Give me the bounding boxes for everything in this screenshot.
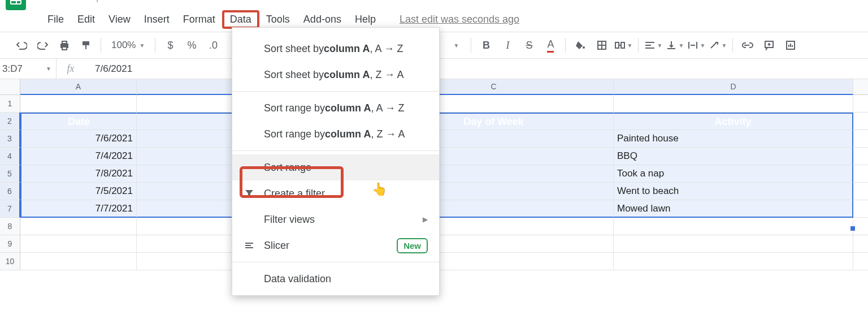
menu-data-validation[interactable]: Data validation (232, 266, 439, 292)
redo-button[interactable] (33, 35, 53, 55)
menu-create-filter[interactable]: Create a filter (232, 180, 439, 206)
menu-sort-sheet-az[interactable]: Sort sheet by column A, A → Z (232, 36, 439, 62)
link-button[interactable] (737, 35, 758, 55)
sheets-logo (6, 0, 26, 10)
cell[interactable]: Mowed lawn (614, 200, 853, 218)
svg-point-4 (583, 46, 585, 49)
row-header[interactable]: 8 (0, 218, 20, 235)
cell[interactable] (614, 253, 853, 270)
name-box-value: 3:D7 (2, 63, 23, 75)
cell[interactable]: 7/7/2021 (20, 200, 137, 218)
cursor-icon: 👆 (372, 182, 387, 197)
strike-button[interactable]: S (519, 35, 539, 55)
name-box[interactable]: 3:D7 ▼ (0, 59, 57, 79)
new-badge: New (397, 238, 428, 253)
column-header[interactable]: A (20, 79, 137, 95)
menu-file[interactable]: File (41, 10, 71, 29)
cell[interactable]: 7/6/2021 (20, 130, 137, 148)
row-header[interactable]: 9 (0, 235, 20, 253)
data-menu-dropdown: Sort sheet by column A, A → Z Sort sheet… (232, 27, 440, 296)
format-currency-button[interactable]: $ (160, 35, 180, 55)
cell[interactable] (20, 235, 137, 253)
cell[interactable] (853, 235, 868, 253)
menu-data[interactable]: Data (222, 10, 259, 29)
cell[interactable] (853, 130, 868, 148)
merge-button[interactable]: ▼ (613, 35, 633, 55)
row-header[interactable]: 3 (0, 130, 20, 148)
document-title[interactable]: Untitled spreadsheet (44, 0, 158, 3)
row-header[interactable]: 1 (0, 95, 20, 113)
cell[interactable]: 7/8/2021 (20, 165, 137, 183)
comment-button[interactable] (759, 35, 779, 55)
text-color-button[interactable]: A (540, 35, 561, 55)
menu-edit[interactable]: Edit (71, 10, 102, 29)
menu-slicer[interactable]: Slicer New (232, 232, 439, 258)
menu-filter-views[interactable]: Filter views ▶ (232, 206, 439, 232)
menu-view[interactable]: View (102, 10, 137, 29)
cell[interactable] (20, 95, 137, 113)
menu-format[interactable]: Format (176, 10, 222, 29)
menu-sort-range-za[interactable]: Sort range by column A, Z → A (232, 121, 439, 147)
cell[interactable] (853, 113, 868, 130)
last-edit-link[interactable]: Last edit was seconds ago (400, 14, 519, 25)
cell[interactable]: Activity (614, 113, 853, 130)
row-header[interactable]: 7 (0, 200, 20, 218)
row-header[interactable]: 4 (0, 148, 20, 165)
row-header[interactable]: 2 (0, 113, 20, 130)
cell[interactable] (853, 200, 868, 218)
svg-rect-1 (62, 41, 67, 44)
cell[interactable] (853, 148, 868, 165)
bold-button[interactable]: B (476, 35, 496, 55)
row-header[interactable]: 6 (0, 183, 20, 200)
h-align-button[interactable]: ▼ (643, 35, 663, 55)
selection-handle[interactable] (850, 226, 856, 231)
decrease-decimal-button[interactable]: .0 (203, 35, 223, 55)
cell[interactable]: BBQ (614, 148, 853, 165)
cell[interactable]: Painted house (614, 130, 853, 148)
cell[interactable]: 7/4/2021 (20, 148, 137, 165)
borders-button[interactable] (592, 35, 612, 55)
zoom-value: 100% (111, 40, 136, 51)
rotate-button[interactable]: ▼ (708, 35, 728, 55)
column-header[interactable] (853, 79, 868, 95)
cell[interactable]: Went to beach (614, 183, 853, 200)
print-button[interactable] (54, 35, 75, 55)
cell[interactable] (614, 95, 853, 113)
menu-insert[interactable]: Insert (137, 10, 176, 29)
cell[interactable]: Took a nap (614, 165, 853, 183)
wrap-button[interactable]: ▼ (686, 35, 706, 55)
chevron-right-icon: ▶ (423, 215, 428, 223)
italic-button[interactable]: I (497, 35, 518, 55)
cell[interactable] (20, 253, 137, 270)
menu-sort-range[interactable]: Sort range (232, 154, 439, 180)
fx-icon: fx (57, 63, 85, 75)
cell[interactable]: Date (20, 113, 137, 130)
row-header[interactable]: 5 (0, 165, 20, 183)
formula-value[interactable]: 7/6/2021 (85, 63, 132, 75)
row-header[interactable]: 10 (0, 253, 20, 270)
cell[interactable] (853, 95, 868, 113)
menu-sort-range-az[interactable]: Sort range by column A, A → Z (232, 95, 439, 121)
menu-help[interactable]: Help (348, 10, 383, 29)
slicer-icon (242, 239, 256, 252)
zoom-select[interactable]: 100% ▼ (106, 40, 150, 51)
format-percent-button[interactable]: % (181, 35, 202, 55)
undo-button[interactable] (11, 35, 32, 55)
menu-tools[interactable]: Tools (259, 10, 297, 29)
cell[interactable]: 7/5/2021 (20, 183, 137, 200)
menu-sort-sheet-za[interactable]: Sort sheet by column A, Z → A (232, 62, 439, 88)
select-all-corner[interactable] (0, 79, 20, 95)
column-header[interactable]: D (614, 79, 853, 95)
cell[interactable] (853, 253, 868, 270)
v-align-button[interactable]: ▼ (665, 35, 685, 55)
fill-color-button[interactable] (570, 35, 591, 55)
more-formats-caret[interactable]: ▼ (446, 35, 466, 55)
cell[interactable] (20, 218, 137, 235)
paint-format-button[interactable] (76, 35, 96, 55)
cell[interactable] (614, 218, 853, 235)
cell[interactable] (614, 235, 853, 253)
menu-addons[interactable]: Add-ons (297, 10, 348, 29)
chart-button[interactable] (780, 35, 801, 55)
cell[interactable] (853, 165, 868, 183)
cell[interactable] (853, 183, 868, 200)
